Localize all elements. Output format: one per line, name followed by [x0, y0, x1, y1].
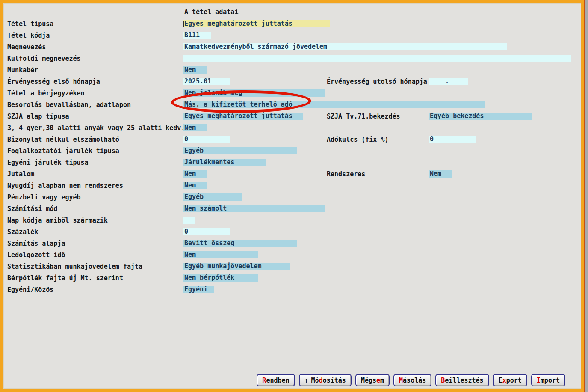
button-bar: Rendben↑MódosításMégsemMásolásBeilleszté…	[257, 374, 565, 386]
field-t-tel-k-dja[interactable]: B111	[183, 32, 211, 39]
label-rendszeres: Rendszeres	[327, 171, 365, 178]
form-row: Ledolgozott időNem	[4, 252, 581, 259]
form-row: SZJA alap típusaEgyes meghatározott jutt…	[4, 113, 581, 120]
field-statisztik-ban-munkaj-vedelem-fajta[interactable]: Egyéb munkajövedelem	[183, 263, 290, 270]
form-row: Pénzbeli vagy egyébEgyéb	[4, 194, 581, 201]
form-row: JutalomNemRendszeresNem	[4, 171, 581, 178]
field-rv-nyess-g-els-h-napja[interactable]: 2025.01	[183, 78, 230, 85]
label-nyugd-j-alapban-nem-rendszeres: Nyugdíj alapban nem rendszeres	[7, 182, 123, 190]
field-sz-m-t-si-m-d[interactable]: Nem számolt	[183, 205, 325, 212]
form-row: Foglalkoztatói járulék tipusaEgyéb	[4, 148, 581, 155]
label-jutalom: Jutalom	[7, 171, 34, 178]
accelerator-letter: B	[441, 377, 445, 384]
field-besorol-s-bevall-sban-adatlapon[interactable]: Más, a kifizetőt terhelő adó	[183, 101, 485, 108]
label-b-rp-tl-k-fajta-j-mt-szerint: Bérpótlék fajta új Mt. szerint	[7, 275, 123, 282]
field-megnevez-s[interactable]: Kamatkedvezményből származó jövedelem	[183, 43, 507, 50]
label-besorol-s-bevall-sban-adatlapon: Besorolás bevallásban, adatlapon	[7, 101, 131, 109]
text-caret	[183, 21, 184, 27]
field-nap-k-dja-amib-l-sz-rmazik[interactable]	[183, 217, 195, 224]
field-k-lf-ldi-megnevez-s[interactable]	[183, 55, 571, 62]
label-ledolgozott-id: Ledolgozott idő	[7, 252, 65, 259]
label-p-nzbeli-vagy-egy-b: Pénzbeli vagy egyéb	[7, 194, 81, 201]
form-row: Tétel a bérjegyzékenNem jelenik meg	[4, 90, 581, 97]
field-jutalom[interactable]: Nem	[183, 170, 207, 178]
label-egy-ni-j-rul-k-tipusa: Egyéni járulék tipusa	[7, 159, 89, 166]
field-ad-kulcs-fix[interactable]: 0	[429, 136, 476, 143]
field-szja-tv-71-bekezd-s[interactable]: Egyéb bekezdés	[429, 113, 532, 120]
up-arrow-icon: ↑	[304, 377, 308, 384]
form-row: 3, 4 gyer,30 alatti anyák vagy 25 alatti…	[4, 125, 581, 132]
label-t-tel-a-b-rjegyz-ken: Tétel a bérjegyzéken	[7, 90, 85, 97]
form-row: Nap kódja amiből származik	[4, 217, 581, 224]
beilleszt-s-button[interactable]: Beillesztés	[435, 374, 489, 386]
accelerator-letter: M	[399, 377, 403, 384]
form-row: Érvényesség első hónapja2025.01Érvényess…	[4, 78, 581, 86]
field-p-nzbeli-vagy-egy-b[interactable]: Egyéb	[183, 193, 242, 201]
form-row: Tétel kódjaB111	[4, 32, 581, 39]
field-sz-zal-k[interactable]: 0	[183, 228, 230, 235]
label-nap-k-dja-amib-l-sz-rmazik: Nap kódja amiből származik	[7, 217, 108, 224]
label-foglalkoztat-i-j-rul-k-tipusa: Foglalkoztatói járulék tipusa	[7, 148, 119, 155]
import-button[interactable]: Import	[531, 374, 565, 386]
page-title: A tétel adatai	[184, 9, 238, 16]
field-szja-alap-t-pusa[interactable]: Egyes meghatározott juttatás	[183, 113, 303, 120]
field-t-tel-tipusa[interactable]: Egyes meghatározott juttatás	[183, 20, 330, 27]
form-row: Tétel tipusaEgyes meghatározott juttatás	[4, 21, 581, 28]
label-rv-nyess-g-els-h-napja: Érvényesség első hónapja	[7, 78, 100, 86]
label-sz-m-t-s-alapja: Számítás alapja	[7, 240, 65, 247]
field-nyugd-j-alapban-nem-rendszeres[interactable]: Nem	[183, 182, 207, 189]
form-row: Nyugdíj alapban nem rendszeresNem	[4, 182, 581, 190]
m-dos-t-s-button[interactable]: ↑Módosítás	[299, 374, 352, 386]
label-egy-ni-k-z-s: Egyéni/Közös	[7, 286, 53, 294]
label-k-lf-ldi-megnevez-s: Külföldi megnevezés	[7, 55, 81, 62]
export-button[interactable]: Export	[493, 374, 527, 386]
field-munkab-r[interactable]: Nem	[183, 66, 207, 74]
field-egy-ni-j-rul-k-tipusa[interactable]: Járulékmentes	[183, 159, 266, 166]
rendben-button[interactable]: Rendben	[257, 374, 295, 386]
label-megnevez-s: Megnevezés	[7, 44, 46, 51]
form-row: Besorolás bevallásban, adatlaponMás, a k…	[4, 101, 581, 109]
accelerator-letter: x	[502, 377, 506, 384]
field-bizonylat-n-lk-l-elsz-molhat[interactable]: 0	[183, 136, 230, 143]
window-frame: A tétel adatai Tétel tipusaEgyes meghatá…	[0, 0, 585, 392]
field-t-tel-a-b-rjegyz-ken[interactable]: Nem jelenik meg	[183, 89, 325, 97]
form-row: Bérpótlék fajta új Mt. szerintNem bérpót…	[4, 275, 581, 282]
label-szja-alap-t-pusa: SZJA alap típusa	[7, 113, 69, 120]
label-t-tel-tipusa: Tétel tipusa	[7, 21, 53, 28]
label-rv-nyess-g-utols-h-napja: Érvényesség utolsó hónapja	[327, 78, 427, 86]
label-3-4-gyer-30-alatti-any-k-vagy-25-alatti-kedv: 3, 4 gyer,30 alatti anyák vagy 25 alatti…	[7, 125, 185, 132]
form-row: Bizonylat nélkül elszámolható0Adókulcs (…	[4, 136, 581, 143]
label-sz-zal-k: Százalék	[7, 229, 38, 236]
accelerator-letter: d	[319, 377, 323, 384]
label-ad-kulcs-fix: Adókulcs (fix %)	[327, 136, 389, 143]
accelerator-letter: I	[537, 377, 541, 384]
field-3-4-gyer-30-alatti-any-k-vagy-25-alatti-kedv[interactable]: Nem	[183, 124, 207, 131]
field-foglalkoztat-i-j-rul-k-tipusa[interactable]: Egyéb	[183, 147, 297, 154]
form-row: Százalék0	[4, 229, 581, 236]
form-row: Számítási módNem számolt	[4, 205, 581, 213]
form-client-area: A tétel adatai Tétel tipusaEgyes meghatá…	[3, 3, 581, 389]
form-row: Egyéni járulék tipusaJárulékmentes	[4, 159, 581, 166]
form-row: Számítás alapjaBevitt összeg	[4, 240, 581, 247]
form-row: MegnevezésKamatkedvezményből származó jö…	[4, 44, 581, 51]
form-row: Statisztikában munkajövedelem fajtaEgyéb…	[4, 263, 581, 270]
label-munkab-r: Munkabér	[7, 67, 38, 74]
field-b-rp-tl-k-fajta-j-mt-szerint[interactable]: Nem bérpótlék	[183, 274, 258, 282]
label-sz-m-t-si-m-d: Számítási mód	[7, 205, 57, 213]
label-bizonylat-n-lk-l-elsz-molhat: Bizonylat nélkül elszámolható	[7, 136, 119, 143]
form-row: Külföldi megnevezés	[4, 55, 581, 62]
field-ledolgozott-id[interactable]: Nem	[183, 251, 258, 258]
field-rv-nyess-g-utols-h-napja[interactable]: .	[429, 78, 468, 85]
m-gsem-button[interactable]: Mégsem	[355, 374, 390, 386]
field-sz-m-t-s-alapja[interactable]: Bevitt összeg	[183, 240, 297, 247]
accelerator-letter: e	[376, 377, 380, 384]
label-statisztik-ban-munkaj-vedelem-fajta: Statisztikában munkajövedelem fajta	[7, 263, 142, 270]
form-row: Egyéni/KözösEgyéni	[4, 286, 581, 294]
label-t-tel-k-dja: Tétel kódja	[7, 32, 50, 39]
m-sol-s-button[interactable]: Másolás	[393, 374, 431, 386]
label-szja-tv-71-bekezd-s: SZJA Tv.71.bekezdés	[327, 113, 400, 120]
field-egy-ni-k-z-s[interactable]: Egyéni	[183, 286, 214, 293]
form-row: MunkabérNem	[4, 67, 581, 74]
field-rendszeres[interactable]: Nem	[429, 170, 452, 178]
